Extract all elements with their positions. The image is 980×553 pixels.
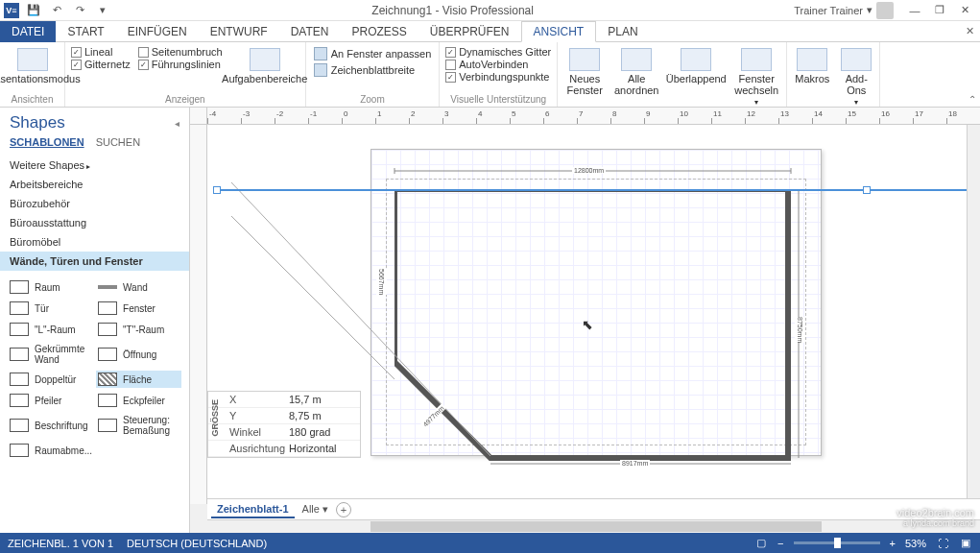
- tab-suchen[interactable]: SUCHEN: [96, 136, 140, 148]
- tab-schablonen[interactable]: SCHABLONEN: [10, 136, 84, 148]
- tab-prozess[interactable]: PROZESS: [340, 21, 418, 42]
- shape-raumabme[interactable]: Raumabme...: [8, 442, 94, 459]
- dynamisches-gitter-checkbox[interactable]: ✓Dynamisches Gitter: [445, 46, 551, 58]
- shapes-collapse-icon[interactable]: ◂: [175, 118, 179, 129]
- status-language[interactable]: DEUTSCH (DEUTSCHLAND): [127, 538, 267, 549]
- shape-gekruemmte-wand[interactable]: Gekrümmte Wand: [8, 342, 94, 367]
- aufgabenbereiche-button[interactable]: Aufgabenbereiche: [230, 44, 299, 84]
- shape-raum[interactable]: Raum: [8, 278, 94, 296]
- cursor-icon: ⬉: [582, 317, 593, 332]
- fenster-wechseln-button[interactable]: Fenster wechseln▾: [732, 44, 780, 107]
- ribbon-tabs: DATEI START EINFÜGEN ENTWURF DATEN PROZE…: [0, 21, 980, 42]
- zoom-slider[interactable]: [794, 541, 880, 544]
- shape-doppeltuer[interactable]: Doppeltür: [8, 371, 94, 388]
- shape-beschriftung[interactable]: Beschriftung: [8, 413, 94, 438]
- shape-eckpfeiler[interactable]: Eckpfeiler: [96, 392, 181, 409]
- restore-button[interactable]: ❐: [928, 1, 951, 20]
- dim-bottom: 8917mm: [620, 460, 650, 467]
- horizontal-scrollbar[interactable]: [207, 519, 980, 533]
- status-page[interactable]: ZEICHENBL. 1 VON 1: [8, 538, 113, 549]
- tab-datei[interactable]: DATEI: [0, 21, 56, 42]
- fullscreen-icon[interactable]: ▣: [959, 537, 972, 550]
- tab-ueberpruefen[interactable]: ÜBERPRÜFEN: [418, 21, 521, 42]
- undo-button[interactable]: ↶: [48, 2, 65, 19]
- tab-plan[interactable]: PLAN: [596, 21, 649, 42]
- collapse-ribbon-icon[interactable]: ⌃: [968, 94, 976, 105]
- shape-tuer[interactable]: Tür: [8, 300, 94, 317]
- tab-ansicht[interactable]: ANSICHT: [521, 21, 597, 42]
- user-name[interactable]: Trainer Trainer: [794, 5, 863, 16]
- shape-wand[interactable]: Wand: [96, 278, 181, 296]
- dim-right: 8750mm: [795, 317, 805, 343]
- seitenumbruch-checkbox[interactable]: Seitenumbruch: [138, 46, 223, 58]
- user-dropdown-icon[interactable]: ▾: [867, 4, 872, 16]
- verbindungspunkte-checkbox[interactable]: ✓Verbindungspunkte: [445, 71, 551, 83]
- zoom-in-button[interactable]: +: [890, 538, 896, 549]
- window-title: Zeichnung1 - Visio Professional: [111, 4, 794, 17]
- vertical-scrollbar[interactable]: [967, 125, 980, 504]
- qat-more[interactable]: ▾: [94, 2, 111, 19]
- guide-handle-left[interactable]: [213, 186, 221, 194]
- praesentationsmodus-button[interactable]: Präsentationsmodus: [6, 44, 59, 84]
- autoverbinden-checkbox[interactable]: AutoVerbinden: [445, 59, 551, 70]
- sheet-tabs: Zeichenblatt-1 Alle ▾ +: [207, 498, 980, 519]
- shape-pfeiler[interactable]: Pfeiler: [8, 392, 94, 409]
- group-visuell-label: Visuelle Unterstützung: [445, 92, 551, 107]
- shape-flaeche[interactable]: Fläche: [96, 371, 181, 388]
- add-sheet-button[interactable]: +: [336, 502, 351, 517]
- lineal-checkbox[interactable]: ✓Lineal: [71, 46, 131, 58]
- avatar[interactable]: [876, 2, 894, 19]
- shape-fenster[interactable]: Fenster: [96, 300, 181, 317]
- shape-steuerung[interactable]: Steuerung: Bemaßung: [96, 413, 181, 438]
- ueberlappend-button[interactable]: Überlappend: [667, 44, 725, 84]
- redo-button[interactable]: ↷: [71, 2, 88, 19]
- cat-bueroausstattung[interactable]: Büroausstattung: [10, 213, 179, 232]
- cat-buerozubehoer[interactable]: Bürozubehör: [10, 194, 179, 213]
- addons-button[interactable]: Add-Ons▾: [839, 44, 873, 107]
- shapes-title: Shapes: [10, 113, 65, 132]
- anfenster-button[interactable]: An Fenster anpassen: [312, 46, 434, 61]
- fuehrungslinien-checkbox[interactable]: ✓Führungslinien: [138, 59, 223, 70]
- macro-record-icon[interactable]: ▢: [754, 537, 768, 550]
- alle-anordnen-button[interactable]: Alle anordnen: [613, 44, 659, 96]
- tab-entwurf[interactable]: ENTWURF: [199, 21, 279, 42]
- close-button[interactable]: ✕: [953, 1, 976, 20]
- shape-l-raum[interactable]: "L"-Raum: [8, 321, 94, 338]
- shape-oeffnung[interactable]: Öffnung: [96, 342, 181, 367]
- neues-fenster-button[interactable]: Neues Fenster: [563, 44, 606, 96]
- cat-arbeitsbereiche[interactable]: Arbeitsbereiche: [10, 175, 179, 194]
- tab-start[interactable]: START: [56, 21, 115, 42]
- ruler-vertical: [190, 125, 207, 504]
- canvas-area[interactable]: -4-3-2-10123456789101112131415161718: [190, 108, 980, 533]
- size-info-box: GRÖSSE X15,7 m Y8,75 m Winkel180 grad Au…: [207, 391, 361, 458]
- taskpane-icon: [250, 48, 280, 71]
- cat-bueromoebel[interactable]: Büromöbel: [10, 232, 179, 252]
- sheet-all-dropdown[interactable]: Alle ▾: [302, 503, 328, 516]
- fit-page-icon[interactable]: ⛶: [936, 537, 949, 550]
- macros-icon: [797, 48, 827, 71]
- zoom-level[interactable]: 53%: [905, 538, 926, 549]
- status-bar: ZEICHENBL. 1 VON 1 DEUTSCH (DEUTSCHLAND)…: [0, 533, 980, 553]
- minimize-button[interactable]: —: [903, 1, 926, 20]
- zeichenblattbreite-button[interactable]: Zeichenblattbreite: [312, 62, 434, 78]
- guide-handle-right[interactable]: [863, 186, 871, 194]
- shape-t-raum[interactable]: "T"-Raum: [96, 321, 181, 338]
- room-shape[interactable]: [394, 189, 807, 468]
- addons-icon: [841, 48, 872, 71]
- weitere-shapes[interactable]: Weitere Shapes: [10, 156, 179, 175]
- selection-guide[interactable]: [217, 189, 967, 191]
- save-button[interactable]: 💾: [25, 2, 42, 19]
- tab-daten[interactable]: DATEN: [279, 21, 341, 42]
- cat-waende[interactable]: Wände, Türen und Fenster: [0, 252, 189, 271]
- new-window-icon: [569, 48, 600, 71]
- ribbon: Präsentationsmodus Ansichten ✓Lineal ✓Gi…: [0, 42, 980, 108]
- sheet-tab-1[interactable]: Zeichenblatt-1: [211, 501, 295, 518]
- arrange-all-icon: [621, 48, 652, 71]
- group-anzeigen-label: Anzeigen: [71, 92, 299, 107]
- tab-einfuegen[interactable]: EINFÜGEN: [116, 21, 199, 42]
- gitternetz-checkbox[interactable]: ✓Gitternetz: [71, 59, 131, 70]
- close-doc-button[interactable]: ✕: [966, 25, 980, 37]
- group-ansichten-label: Ansichten: [6, 92, 59, 107]
- zoom-out-button[interactable]: −: [777, 538, 783, 549]
- makros-button[interactable]: Makros: [793, 44, 831, 84]
